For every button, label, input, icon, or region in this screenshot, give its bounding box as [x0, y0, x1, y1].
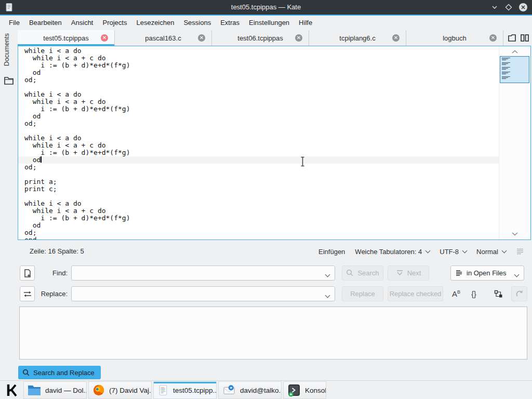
code-area[interactable]: while i < a do while i < a + c do i := (…	[18, 46, 499, 240]
filesystem-browser-icon[interactable]	[4, 76, 14, 85]
code-line-20[interactable]: print c;	[18, 185, 499, 193]
text-editor-view[interactable]: while i < a do while i < a + c do i := (…	[18, 46, 531, 240]
window-title: test05.tcpippas — Kate	[0, 0, 532, 15]
code-line-27[interactable]: end.	[18, 236, 499, 240]
replace-input[interactable]	[75, 287, 322, 300]
minimap-text-line	[502, 73, 508, 73]
editor-scrollbar[interactable]	[499, 46, 530, 240]
menu-item-projects[interactable]: Projects	[98, 16, 131, 30]
refresh-search-button[interactable]	[511, 286, 527, 301]
menu-item-bearbeiten[interactable]: Bearbeiten	[24, 16, 66, 30]
code-line-16[interactable]: od	[18, 156, 499, 164]
code-line-21[interactable]	[18, 193, 499, 200]
replace-checked-button[interactable]: Replace checked	[388, 286, 443, 301]
code-line-19[interactable]: print a;	[18, 178, 499, 185]
next-match-button[interactable]: Next	[388, 265, 429, 281]
taskbar-task-folder[interactable]: david — Dol...	[23, 381, 87, 399]
chevron-down-icon[interactable]	[325, 293, 330, 298]
document-tab-pascal163.c[interactable]: pascal163.c✕	[115, 30, 212, 46]
search-scope-selector[interactable]: in Open Files	[450, 265, 524, 281]
close-button[interactable]	[518, 3, 528, 12]
code-line-15[interactable]: i := (b + d)*e+d*(f*g)	[18, 149, 499, 156]
tab-close-icon[interactable]: ✕	[198, 34, 205, 42]
window-titlebar[interactable]: test05.tcpippas — Kate	[0, 0, 532, 16]
document-tab-test05.tcpippas[interactable]: test05.tcpippas✕	[18, 30, 115, 46]
taskbar-task-terminal[interactable]: Konsole	[283, 381, 326, 399]
code-line-10[interactable]: od	[18, 113, 499, 120]
replace-combobox[interactable]	[71, 286, 335, 301]
chevron-down-icon	[514, 272, 520, 277]
scroll-down-icon[interactable]	[511, 231, 518, 236]
tab-close-icon[interactable]: ✕	[101, 34, 108, 42]
scroll-up-icon[interactable]	[511, 49, 518, 55]
code-line-22[interactable]: while i < a do	[18, 200, 499, 207]
minimap-text-line	[502, 64, 506, 65]
code-line-18[interactable]	[18, 171, 499, 178]
document-tab-logbuch[interactable]: logbuch✕	[406, 30, 503, 46]
scrollbar-minimap-view[interactable]	[500, 56, 529, 83]
tab-mode-selector[interactable]: Weiche Tabulatoren: 4	[352, 248, 432, 256]
menu-item-extras[interactable]: Extras	[216, 16, 244, 30]
find-input[interactable]	[75, 267, 322, 280]
minimap-text-line	[502, 76, 510, 77]
code-line-12[interactable]	[18, 127, 499, 135]
code-line-24[interactable]: i := (b + d)*e+d*(f*g)	[18, 215, 499, 222]
maximize-button[interactable]	[504, 3, 513, 11]
code-line-26[interactable]: od;	[18, 229, 499, 236]
tab-close-icon[interactable]: ✕	[392, 34, 400, 42]
menu-item-hilfe[interactable]: Hilfe	[294, 16, 317, 30]
input-mode-status[interactable]: Einfügen	[316, 248, 348, 256]
code-line-3[interactable]: i := (b + d)*e+d*(f*g)	[18, 62, 499, 69]
code-line-2[interactable]: while i < a + c do	[18, 55, 499, 62]
task-label: david@talko...	[240, 387, 282, 394]
word-wrap-indicator-icon[interactable]	[513, 248, 527, 255]
match-case-toggle[interactable]: AB	[449, 286, 463, 301]
chevron-down-icon[interactable]	[325, 272, 330, 277]
code-line-11[interactable]: od;	[18, 120, 499, 127]
code-line-8[interactable]: while i < a + c do	[18, 98, 499, 105]
code-line-4[interactable]: od	[18, 69, 499, 76]
code-line-1[interactable]: while i < a do	[18, 47, 499, 55]
tab-label: test06.tcpippas	[237, 34, 283, 42]
menu-item-lesezeichen[interactable]: Lesezeichen	[131, 16, 179, 30]
replace-button[interactable]: Replace	[342, 286, 383, 301]
code-line-17[interactable]: od;	[18, 164, 499, 171]
search-icon	[22, 369, 30, 377]
code-line-14[interactable]: while i < a + c do	[18, 142, 499, 149]
list-icon	[455, 270, 463, 276]
application-launcher-button[interactable]	[3, 382, 20, 398]
document-tab-tcpiplang6.c[interactable]: tcpiplang6.c✕	[309, 30, 406, 46]
sidebar-tab-documents[interactable]: Documents	[3, 33, 10, 66]
find-combobox[interactable]	[71, 265, 335, 281]
desktop: test05.tcpippas — Kate FileBearbeitenAns…	[0, 0, 532, 399]
code-line-6[interactable]	[18, 84, 499, 91]
search-button[interactable]: Search	[342, 265, 383, 281]
menu-item-sessions[interactable]: Sessions	[179, 16, 216, 30]
taskbar-task-document[interactable]: test05.tcpipp...	[153, 381, 217, 399]
code-line-9[interactable]: i := (b + d)*e+d*(f*g)	[18, 105, 499, 113]
new-document-icon[interactable]	[508, 33, 517, 43]
minimize-button[interactable]	[490, 3, 499, 11]
menu-item-einstellungen[interactable]: Einstellungen	[244, 16, 294, 30]
regex-toggle[interactable]: {}	[467, 286, 481, 301]
menu-item-ansicht[interactable]: Ansicht	[66, 16, 98, 30]
expand-results-icon[interactable]	[490, 286, 506, 301]
document-tab-test06.tcpippas[interactable]: test06.tcpippas✕	[212, 30, 309, 46]
code-line-23[interactable]: while i < a + c do	[18, 207, 499, 215]
tab-close-icon[interactable]: ✕	[295, 34, 302, 42]
code-line-7[interactable]: while i < a do	[18, 91, 499, 98]
menu-item-file[interactable]: File	[4, 16, 24, 30]
mouse-ibeam-cursor	[300, 156, 305, 167]
search-replace-toolview-toggle[interactable]: Search and Replace	[18, 366, 101, 379]
taskbar-task-firefox[interactable]: (7) David Vaj...	[88, 381, 152, 399]
highlighting-selector[interactable]: Normal	[474, 248, 509, 256]
search-results-area[interactable]	[19, 307, 527, 360]
taskbar-task-mail[interactable]: david@talko...	[218, 381, 282, 399]
split-view-icon[interactable]	[520, 33, 529, 43]
tab-close-icon[interactable]: ✕	[489, 34, 497, 42]
encoding-selector[interactable]: UTF-8	[437, 248, 469, 256]
code-line-5[interactable]: od;	[18, 76, 499, 84]
code-line-13[interactable]: while i < a do	[18, 135, 499, 142]
code-line-25[interactable]: od	[18, 222, 499, 229]
minimap-text-line	[502, 69, 506, 70]
